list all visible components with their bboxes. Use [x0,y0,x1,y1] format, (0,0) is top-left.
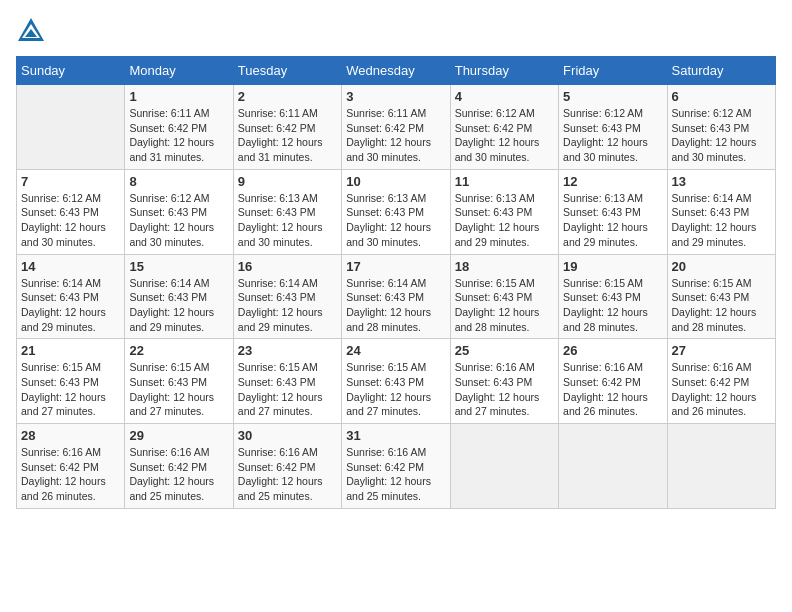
day-number: 30 [238,428,337,443]
day-number: 14 [21,259,120,274]
day-info: Sunrise: 6:12 AMSunset: 6:43 PMDaylight:… [563,106,662,165]
day-info: Sunrise: 6:13 AMSunset: 6:43 PMDaylight:… [346,191,445,250]
calendar-cell [17,85,125,170]
column-header-saturday: Saturday [667,57,775,85]
day-info: Sunrise: 6:11 AMSunset: 6:42 PMDaylight:… [346,106,445,165]
calendar-cell: 22Sunrise: 6:15 AMSunset: 6:43 PMDayligh… [125,339,233,424]
day-number: 23 [238,343,337,358]
day-number: 17 [346,259,445,274]
day-info: Sunrise: 6:15 AMSunset: 6:43 PMDaylight:… [455,276,554,335]
day-number: 31 [346,428,445,443]
calendar-cell: 30Sunrise: 6:16 AMSunset: 6:42 PMDayligh… [233,424,341,509]
day-info: Sunrise: 6:13 AMSunset: 6:43 PMDaylight:… [238,191,337,250]
day-number: 19 [563,259,662,274]
day-info: Sunrise: 6:13 AMSunset: 6:43 PMDaylight:… [455,191,554,250]
day-number: 18 [455,259,554,274]
day-number: 15 [129,259,228,274]
day-number: 16 [238,259,337,274]
day-info: Sunrise: 6:15 AMSunset: 6:43 PMDaylight:… [21,360,120,419]
day-info: Sunrise: 6:15 AMSunset: 6:43 PMDaylight:… [238,360,337,419]
page-header [16,16,776,46]
calendar-cell: 6Sunrise: 6:12 AMSunset: 6:43 PMDaylight… [667,85,775,170]
column-header-tuesday: Tuesday [233,57,341,85]
calendar-cell: 21Sunrise: 6:15 AMSunset: 6:43 PMDayligh… [17,339,125,424]
calendar-cell: 15Sunrise: 6:14 AMSunset: 6:43 PMDayligh… [125,254,233,339]
day-info: Sunrise: 6:11 AMSunset: 6:42 PMDaylight:… [129,106,228,165]
day-info: Sunrise: 6:16 AMSunset: 6:42 PMDaylight:… [21,445,120,504]
calendar-cell: 23Sunrise: 6:15 AMSunset: 6:43 PMDayligh… [233,339,341,424]
day-number: 11 [455,174,554,189]
calendar-week-row: 1Sunrise: 6:11 AMSunset: 6:42 PMDaylight… [17,85,776,170]
day-number: 5 [563,89,662,104]
day-number: 12 [563,174,662,189]
calendar-cell: 12Sunrise: 6:13 AMSunset: 6:43 PMDayligh… [559,169,667,254]
day-info: Sunrise: 6:14 AMSunset: 6:43 PMDaylight:… [129,276,228,335]
calendar-cell: 13Sunrise: 6:14 AMSunset: 6:43 PMDayligh… [667,169,775,254]
calendar-cell: 14Sunrise: 6:14 AMSunset: 6:43 PMDayligh… [17,254,125,339]
calendar-cell: 17Sunrise: 6:14 AMSunset: 6:43 PMDayligh… [342,254,450,339]
day-number: 7 [21,174,120,189]
calendar-cell: 1Sunrise: 6:11 AMSunset: 6:42 PMDaylight… [125,85,233,170]
calendar-cell: 8Sunrise: 6:12 AMSunset: 6:43 PMDaylight… [125,169,233,254]
calendar-cell: 20Sunrise: 6:15 AMSunset: 6:43 PMDayligh… [667,254,775,339]
calendar-cell: 31Sunrise: 6:16 AMSunset: 6:42 PMDayligh… [342,424,450,509]
day-info: Sunrise: 6:12 AMSunset: 6:43 PMDaylight:… [21,191,120,250]
calendar-cell: 16Sunrise: 6:14 AMSunset: 6:43 PMDayligh… [233,254,341,339]
column-header-thursday: Thursday [450,57,558,85]
calendar-table: SundayMondayTuesdayWednesdayThursdayFrid… [16,56,776,509]
calendar-week-row: 7Sunrise: 6:12 AMSunset: 6:43 PMDaylight… [17,169,776,254]
calendar-cell: 29Sunrise: 6:16 AMSunset: 6:42 PMDayligh… [125,424,233,509]
day-info: Sunrise: 6:12 AMSunset: 6:42 PMDaylight:… [455,106,554,165]
calendar-header-row: SundayMondayTuesdayWednesdayThursdayFrid… [17,57,776,85]
day-number: 4 [455,89,554,104]
day-number: 6 [672,89,771,104]
logo-icon [16,16,46,46]
day-info: Sunrise: 6:16 AMSunset: 6:42 PMDaylight:… [129,445,228,504]
day-info: Sunrise: 6:15 AMSunset: 6:43 PMDaylight:… [672,276,771,335]
day-info: Sunrise: 6:11 AMSunset: 6:42 PMDaylight:… [238,106,337,165]
calendar-cell: 10Sunrise: 6:13 AMSunset: 6:43 PMDayligh… [342,169,450,254]
day-number: 29 [129,428,228,443]
calendar-cell [559,424,667,509]
calendar-week-row: 28Sunrise: 6:16 AMSunset: 6:42 PMDayligh… [17,424,776,509]
day-info: Sunrise: 6:14 AMSunset: 6:43 PMDaylight:… [238,276,337,335]
calendar-week-row: 21Sunrise: 6:15 AMSunset: 6:43 PMDayligh… [17,339,776,424]
column-header-friday: Friday [559,57,667,85]
day-number: 26 [563,343,662,358]
calendar-cell: 4Sunrise: 6:12 AMSunset: 6:42 PMDaylight… [450,85,558,170]
day-info: Sunrise: 6:15 AMSunset: 6:43 PMDaylight:… [563,276,662,335]
day-number: 13 [672,174,771,189]
calendar-cell: 24Sunrise: 6:15 AMSunset: 6:43 PMDayligh… [342,339,450,424]
day-info: Sunrise: 6:15 AMSunset: 6:43 PMDaylight:… [129,360,228,419]
calendar-cell [450,424,558,509]
day-info: Sunrise: 6:16 AMSunset: 6:42 PMDaylight:… [238,445,337,504]
column-header-wednesday: Wednesday [342,57,450,85]
calendar-cell: 26Sunrise: 6:16 AMSunset: 6:42 PMDayligh… [559,339,667,424]
day-number: 24 [346,343,445,358]
day-number: 8 [129,174,228,189]
calendar-cell: 7Sunrise: 6:12 AMSunset: 6:43 PMDaylight… [17,169,125,254]
day-number: 10 [346,174,445,189]
calendar-cell: 27Sunrise: 6:16 AMSunset: 6:42 PMDayligh… [667,339,775,424]
day-number: 1 [129,89,228,104]
calendar-week-row: 14Sunrise: 6:14 AMSunset: 6:43 PMDayligh… [17,254,776,339]
day-info: Sunrise: 6:15 AMSunset: 6:43 PMDaylight:… [346,360,445,419]
day-number: 9 [238,174,337,189]
day-info: Sunrise: 6:16 AMSunset: 6:42 PMDaylight:… [563,360,662,419]
day-info: Sunrise: 6:12 AMSunset: 6:43 PMDaylight:… [672,106,771,165]
day-info: Sunrise: 6:14 AMSunset: 6:43 PMDaylight:… [346,276,445,335]
day-number: 22 [129,343,228,358]
calendar-cell: 18Sunrise: 6:15 AMSunset: 6:43 PMDayligh… [450,254,558,339]
day-number: 2 [238,89,337,104]
calendar-cell: 2Sunrise: 6:11 AMSunset: 6:42 PMDaylight… [233,85,341,170]
day-info: Sunrise: 6:14 AMSunset: 6:43 PMDaylight:… [672,191,771,250]
day-info: Sunrise: 6:16 AMSunset: 6:43 PMDaylight:… [455,360,554,419]
day-number: 28 [21,428,120,443]
column-header-monday: Monday [125,57,233,85]
calendar-cell: 9Sunrise: 6:13 AMSunset: 6:43 PMDaylight… [233,169,341,254]
day-number: 21 [21,343,120,358]
calendar-cell: 11Sunrise: 6:13 AMSunset: 6:43 PMDayligh… [450,169,558,254]
day-info: Sunrise: 6:16 AMSunset: 6:42 PMDaylight:… [672,360,771,419]
day-number: 27 [672,343,771,358]
calendar-cell: 19Sunrise: 6:15 AMSunset: 6:43 PMDayligh… [559,254,667,339]
